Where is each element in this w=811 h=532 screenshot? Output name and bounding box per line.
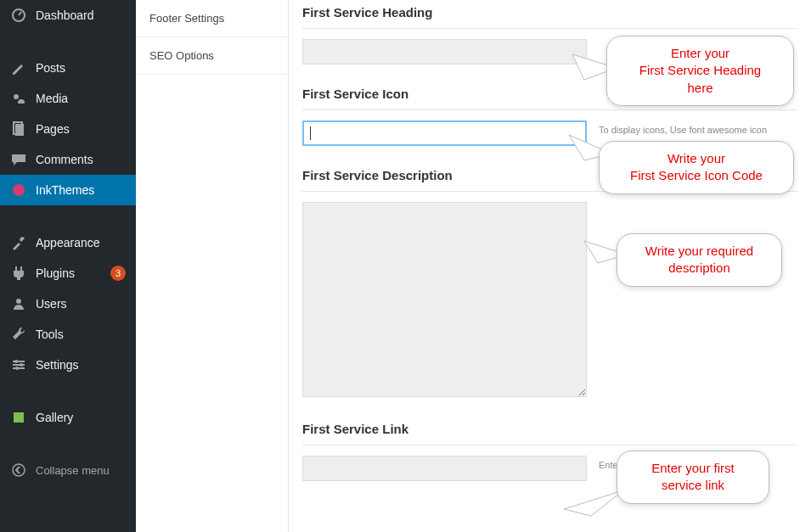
sidebar-item-plugins[interactable]: Plugins 3 [0,258,136,288]
sidebar-item-dashboard[interactable]: Dashboard [0,0,136,31]
sidebar-item-posts[interactable]: Posts [0,53,136,83]
pages-icon [10,120,27,137]
sidebar-item-media[interactable]: Media [0,83,136,114]
wp-admin-sidebar: Dashboard Posts Media Pages Comments [0,0,136,532]
sidebar-item-inkthemes[interactable]: InkThemes [0,175,136,205]
callout-text: Enter your firstservice link [651,461,735,492]
callout-text: Write yourFirst Service Icon Code [630,151,763,182]
callout-icon: Write yourFirst Service Icon Code [599,141,794,194]
sidebar-item-appearance[interactable]: Appearance [0,227,136,258]
first-service-description-textarea[interactable] [302,202,587,397]
callout-link: Enter your firstservice link [617,451,769,504]
settings-icon [10,356,27,373]
separator [0,384,136,398]
callout-description: Write your requireddescription [617,233,782,287]
svg-point-10 [20,363,23,367]
sidebar-label-users: Users [36,297,126,311]
sidebar-label-collapse: Collapse menu [36,464,126,477]
sidebar-label-posts: Posts [36,61,126,75]
first-service-link-input[interactable] [302,456,587,481]
comments-icon [10,151,27,168]
media-icon [10,90,27,107]
plugins-icon [10,265,27,282]
sidebar-label-appearance: Appearance [36,236,126,249]
inkthemes-icon [10,182,27,199]
svg-point-9 [14,360,18,363]
sidebar-item-gallery[interactable]: Gallery [0,402,136,433]
callout-text: Write your requireddescription [645,244,753,275]
callout-text: Enter yourFirst Service Headinghere [639,46,761,95]
sidebar-item-tools[interactable]: Tools [0,319,136,350]
sidebar-label-inkthemes: InkThemes [36,183,126,197]
collapse-icon [10,462,27,479]
field-hint [599,202,797,205]
sidebar-item-comments[interactable]: Comments [0,144,136,175]
sidebar-label-gallery: Gallery [36,411,126,424]
svg-point-12 [13,464,25,476]
appearance-icon [10,234,27,251]
gallery-icon [10,409,27,426]
sidebar-label-pages: Pages [36,122,126,136]
sidebar-collapse-menu[interactable]: Collapse menu [0,455,136,485]
sidebar-item-settings[interactable]: Settings [0,350,136,380]
separator [0,210,136,223]
separator [0,437,136,451]
tools-icon [10,326,27,343]
dashboard-icon [10,7,27,24]
sidebar-item-pages[interactable]: Pages [0,114,136,144]
callout-heading: Enter yourFirst Service Headinghere [606,36,794,106]
option-footer-settings[interactable]: Footer Settings [136,0,288,37]
divider [302,445,797,445]
users-icon [10,295,27,312]
options-column: Footer Settings SEO Options [136,0,289,532]
option-seo-options[interactable]: SEO Options [136,37,288,75]
divider [302,109,797,110]
separator [0,35,136,48]
sidebar-label-media: Media [36,92,126,105]
posts-icon [10,59,27,76]
sidebar-label-tools: Tools [36,328,126,341]
svg-point-5 [16,299,21,304]
svg-point-11 [15,367,19,370]
divider [302,28,797,29]
sidebar-label-comments: Comments [36,153,126,166]
sidebar-label-dashboard: Dashboard [36,8,126,22]
first-service-heading-input[interactable] [302,39,587,64]
field-label: First Service Link [302,422,797,436]
sidebar-item-users[interactable]: Users [0,288,136,319]
field-hint: To display icons, Use font awesome icon [599,120,797,137]
text-caret [310,126,311,140]
first-service-icon-input[interactable] [302,120,587,146]
svg-point-1 [14,94,19,99]
svg-rect-3 [15,124,24,136]
field-label: First Service Heading [302,5,797,20]
svg-point-4 [13,184,25,196]
sidebar-label-plugins: Plugins [36,266,102,280]
plugins-update-badge: 3 [110,266,126,281]
sidebar-label-settings: Settings [36,358,126,372]
